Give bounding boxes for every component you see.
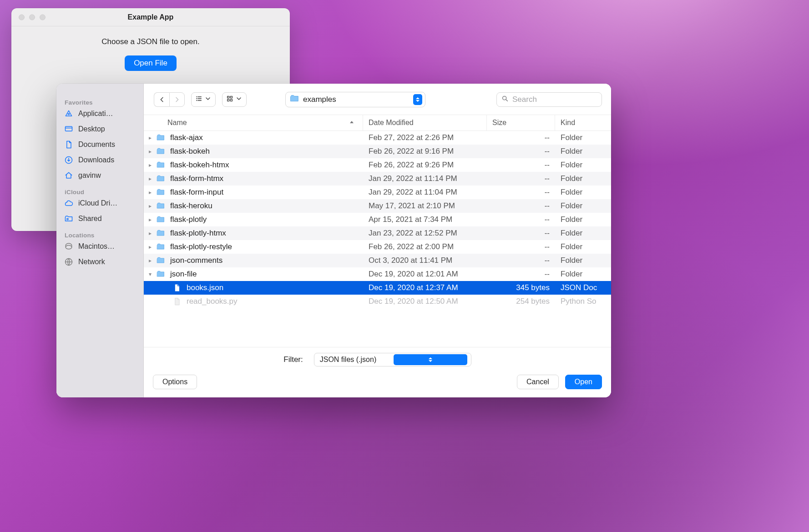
back-button[interactable] (154, 92, 169, 107)
filter-popup[interactable]: JSON files (.json) (314, 353, 471, 366)
file-kind: Folder (555, 242, 611, 251)
sidebar-item-label: Desktop (78, 125, 105, 133)
minimize-window-icon[interactable] (29, 14, 35, 20)
disclosure-closed-icon[interactable]: ▸ (147, 257, 154, 264)
home-icon (64, 171, 74, 181)
disclosure-closed-icon[interactable]: ▸ (147, 176, 154, 182)
file-row[interactable]: ▸flask-plotlyApr 15, 2021 at 7:34 PM--Fo… (144, 213, 611, 226)
folder-icon (156, 228, 166, 238)
folder-icon (156, 256, 166, 266)
filter-value: JSON files (.json) (320, 356, 394, 364)
file-row[interactable]: ▸flask-bokehFeb 26, 2022 at 9:16 PM--Fol… (144, 145, 611, 158)
file-size: -- (487, 256, 555, 265)
file-kind: Python So (555, 297, 611, 306)
file-row[interactable]: ▸flask-plotly-htmxJan 23, 2022 at 12:52 … (144, 226, 611, 240)
document-icon (172, 296, 182, 306)
file-row[interactable]: ▸flask-ajaxFeb 27, 2022 at 2:26 PM--Fold… (144, 131, 611, 145)
file-date: Jan 29, 2022 at 11:04 PM (363, 188, 487, 197)
file-row[interactable]: ▸json-commentsOct 3, 2020 at 11:41 PM--F… (144, 254, 611, 267)
sidebar-item-label: iCloud Dri… (78, 199, 117, 207)
document-icon (64, 140, 74, 150)
disclosure-closed-icon[interactable]: ▸ (147, 230, 154, 236)
file-name: books.json (187, 283, 223, 292)
file-name: flask-plotly-restyle (170, 242, 232, 251)
file-kind: Folder (555, 229, 611, 238)
file-kind: Folder (555, 201, 611, 211)
file-kind: Folder (555, 147, 611, 156)
file-name: flask-ajax (170, 133, 203, 142)
disclosure-open-icon[interactable]: ▾ (147, 271, 154, 277)
svg-rect-5 (228, 96, 229, 98)
file-row[interactable]: ▸read_books.pyDec 19, 2020 at 12:50 AM25… (144, 295, 611, 308)
disclosure-closed-icon[interactable]: ▸ (147, 203, 154, 209)
sidebar-item-desktop[interactable]: Desktop (56, 121, 143, 137)
column-header-kind[interactable]: Kind (561, 119, 575, 127)
sidebar-item-downloads[interactable]: Downloads (56, 152, 143, 168)
cancel-button[interactable]: Cancel (517, 375, 559, 389)
column-header-name[interactable]: Name (167, 119, 187, 127)
file-row[interactable]: ▸flask-form-inputJan 29, 2022 at 11:04 P… (144, 186, 611, 199)
file-row[interactable]: ▸books.jsonDec 19, 2020 at 12:37 AM345 b… (144, 281, 611, 295)
sidebar-item-home[interactable]: gavinw (56, 168, 143, 183)
disclosure-closed-icon[interactable]: ▸ (147, 216, 154, 223)
file-row[interactable]: ▸flask-plotly-restyleFeb 26, 2022 at 2:0… (144, 240, 611, 254)
location-name: examples (303, 95, 410, 104)
column-header-row[interactable]: Name Date Modified Size Kind (144, 115, 611, 131)
file-kind: Folder (555, 270, 611, 279)
file-row[interactable]: ▾json-fileDec 19, 2020 at 12:01 AM--Fold… (144, 267, 611, 281)
sidebar-item-network[interactable]: Network (56, 254, 143, 270)
sidebar-item-applications[interactable]: Applicati… (56, 106, 143, 121)
file-row[interactable]: ▸flask-herokuMay 17, 2021 at 2:10 PM--Fo… (144, 199, 611, 213)
file-date: Oct 3, 2020 at 11:41 PM (363, 256, 487, 265)
view-list-button[interactable] (191, 92, 216, 107)
location-popup[interactable]: examples (285, 92, 425, 107)
file-name: json-file (170, 270, 197, 279)
window-controls[interactable] (19, 14, 46, 20)
file-name: flask-form-htmx (170, 174, 223, 183)
sidebar-item-icloud-drive[interactable]: iCloud Dri… (56, 196, 143, 211)
zoom-window-icon[interactable] (40, 14, 46, 20)
open-button[interactable]: Open (565, 375, 602, 389)
disclosure-closed-icon[interactable]: ▸ (147, 189, 154, 196)
folder-icon (156, 146, 166, 156)
titlebar[interactable]: Example App (11, 8, 290, 26)
forward-button[interactable] (169, 92, 185, 107)
file-name: flask-plotly-htmx (170, 229, 226, 238)
file-size: 254 bytes (487, 297, 555, 306)
icloud-icon (64, 198, 74, 208)
chevron-down-icon (235, 95, 243, 104)
search-input[interactable]: Search (496, 92, 602, 107)
browser-content: examples Search Name Date Modified (144, 84, 611, 397)
folder-icon (289, 94, 299, 105)
file-size: -- (487, 229, 555, 238)
choose-file-prompt: Choose a JSON file to open. (11, 37, 290, 46)
file-date: Apr 15, 2021 at 7:34 PM (363, 215, 487, 224)
disclosure-closed-icon[interactable]: ▸ (147, 135, 154, 141)
column-header-date[interactable]: Date Modified (369, 119, 414, 127)
file-date: Dec 19, 2020 at 12:01 AM (363, 270, 487, 279)
button-row: Options Cancel Open (144, 368, 611, 397)
disclosure-closed-icon[interactable]: ▸ (147, 162, 154, 168)
file-kind: Folder (555, 174, 611, 183)
sidebar-section-favorites: Favorites (56, 94, 143, 106)
file-date: Jan 29, 2022 at 11:14 PM (363, 174, 487, 183)
close-window-icon[interactable] (19, 14, 25, 20)
folder-icon (156, 269, 166, 279)
sidebar-item-macintosh-hd[interactable]: Macintos… (56, 239, 143, 254)
search-placeholder: Search (512, 95, 537, 104)
file-name: json-comments (170, 256, 222, 265)
file-name: flask-heroku (170, 201, 212, 211)
column-header-size[interactable]: Size (492, 119, 506, 127)
disclosure-closed-icon[interactable]: ▸ (147, 244, 154, 250)
file-list[interactable]: ▸flask-ajaxFeb 27, 2022 at 2:26 PM--Fold… (144, 131, 611, 347)
file-row[interactable]: ▸flask-form-htmxJan 29, 2022 at 11:14 PM… (144, 172, 611, 186)
disclosure-closed-icon[interactable]: ▸ (147, 148, 154, 155)
options-button[interactable]: Options (153, 375, 197, 389)
group-button[interactable] (222, 92, 247, 107)
open-file-button[interactable]: Open File (125, 55, 177, 71)
file-name: flask-bokeh (170, 147, 210, 156)
sidebar-item-documents[interactable]: Documents (56, 137, 143, 152)
sidebar-item-label: Macintos… (78, 242, 115, 251)
file-row[interactable]: ▸flask-bokeh-htmxFeb 26, 2022 at 9:26 PM… (144, 158, 611, 172)
sidebar-item-shared[interactable]: Shared (56, 211, 143, 226)
